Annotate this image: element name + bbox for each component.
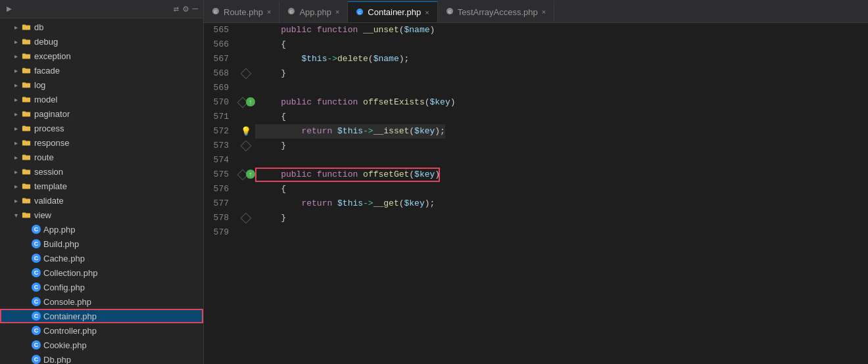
folder-arrow-icon: ▸ xyxy=(11,67,21,74)
gutter-up-badge: ↑ xyxy=(246,97,255,106)
sidebar-item-template[interactable]: ▸template xyxy=(0,179,203,193)
line-gutter-cell: ▷↑ xyxy=(237,170,255,181)
sidebar-item-Console.php[interactable]: CConsole.php xyxy=(0,294,203,309)
tab-close-button[interactable]: × xyxy=(425,9,429,16)
code-line-row: 572💡 return $this->__isset($key); xyxy=(204,124,868,139)
sidebar-item-Build.php[interactable]: CBuild.php xyxy=(0,237,203,251)
tree-item-label: Collection.php xyxy=(43,268,97,278)
code-line-row: 574 xyxy=(204,153,868,168)
line-number: 570 xyxy=(204,95,237,110)
code-line-row: 568 } xyxy=(204,66,868,81)
sidebar-item-route[interactable]: ▸route xyxy=(0,150,203,164)
tree-item-label: template xyxy=(34,181,67,191)
minimize-icon[interactable]: — xyxy=(193,3,198,14)
tab-close-button[interactable]: × xyxy=(542,8,546,16)
folder-icon xyxy=(21,94,32,104)
sidebar-item-App.php[interactable]: CApp.php xyxy=(0,222,203,237)
folder-icon xyxy=(21,166,32,177)
svg-rect-24 xyxy=(22,184,30,189)
class-file-badge: C xyxy=(32,326,41,335)
tree-item-label: App.php xyxy=(43,225,75,235)
tab-container[interactable]: CContainer.php× xyxy=(348,1,437,22)
sidebar-item-Cache.php[interactable]: CCache.php xyxy=(0,251,203,265)
sidebar-item-Container.php[interactable]: CContainer.php xyxy=(0,309,203,323)
line-gutter-cell xyxy=(237,70,255,78)
sidebar-item-Collection.php[interactable]: CCollection.php xyxy=(0,265,203,280)
tab-bar: CRoute.php×CApp.php×CContainer.php×CTest… xyxy=(204,0,868,23)
sidebar-item-process[interactable]: ▸process xyxy=(0,121,203,135)
code-line-row: 566 { xyxy=(204,37,868,52)
tree-item-label: paginator xyxy=(34,109,70,119)
breakpoint-diamond-icon[interactable] xyxy=(241,213,252,224)
tree-item-label: Cache.php xyxy=(43,254,85,263)
code-line-content: public function offsetGet($key) xyxy=(255,168,440,182)
sidebar-item-validate[interactable]: ▸validate xyxy=(0,193,203,208)
tree-item-label: session xyxy=(34,167,63,177)
sidebar-item-Controller.php[interactable]: CController.php xyxy=(0,323,203,338)
svg-rect-22 xyxy=(22,170,30,174)
tab-testarrayaccess[interactable]: CTestArrayAccess.php× xyxy=(438,1,555,22)
sidebar-item-debug[interactable]: ▸debug xyxy=(0,34,203,49)
class-file-badge: C xyxy=(32,311,41,321)
sidebar: ⇄ ⚙ — ▸db▸debug▸exception▸facade▸log▸mod… xyxy=(0,0,204,364)
tree-item-label: Db.php xyxy=(43,355,71,365)
class-file-badge: C xyxy=(32,283,41,292)
sidebar-item-response[interactable]: ▸response xyxy=(0,135,203,150)
php-file-icon: C xyxy=(287,7,295,16)
folder-arrow-icon: ▸ xyxy=(11,154,21,161)
tree-item-label: Build.php xyxy=(43,239,79,249)
sidebar-item-session[interactable]: ▸session xyxy=(0,164,203,179)
class-file-badge: C xyxy=(32,297,41,306)
sidebar-item-view[interactable]: ▾view xyxy=(0,208,203,222)
svg-rect-18 xyxy=(22,141,30,145)
tab-close-button[interactable]: × xyxy=(267,8,271,16)
transfer-icon[interactable]: ⇄ xyxy=(174,3,179,14)
folder-icon xyxy=(21,80,32,90)
sidebar-header: ⇄ ⚙ — xyxy=(0,0,203,18)
tab-route[interactable]: CRoute.php× xyxy=(204,1,279,22)
tree-item-label: Console.php xyxy=(43,297,91,307)
code-line-row: 579 xyxy=(204,225,868,240)
folder-arrow-icon: ▸ xyxy=(11,24,21,31)
tab-app[interactable]: CApp.php× xyxy=(279,1,348,22)
sidebar-item-db[interactable]: ▸db xyxy=(0,20,203,34)
folder-icon xyxy=(21,123,32,133)
line-number: 579 xyxy=(204,225,237,240)
project-triangle-icon xyxy=(5,5,13,13)
sidebar-item-Cookie.php[interactable]: CCookie.php xyxy=(0,338,203,352)
bulb-icon[interactable]: 💡 xyxy=(241,126,251,137)
tree-item-label: exception xyxy=(34,51,71,61)
line-gutter-cell xyxy=(237,214,255,222)
code-line-row: 569 xyxy=(204,81,868,95)
line-number: 566 xyxy=(204,37,237,52)
class-file-badge: C xyxy=(32,225,41,234)
line-gutter-cell: 💡 xyxy=(237,126,255,137)
sidebar-item-log[interactable]: ▸log xyxy=(0,78,203,92)
tree-item-label: Controller.php xyxy=(43,326,97,336)
settings-icon[interactable]: ⚙ xyxy=(183,3,188,14)
main-panel: CRoute.php×CApp.php×CContainer.php×CTest… xyxy=(204,0,868,364)
folder-arrow-icon: ▸ xyxy=(11,53,21,60)
svg-rect-16 xyxy=(22,126,30,131)
tab-label: TestArrayAccess.php xyxy=(458,7,538,17)
sidebar-item-exception[interactable]: ▸exception xyxy=(0,49,203,63)
svg-rect-6 xyxy=(22,54,30,58)
tab-close-button[interactable]: × xyxy=(335,8,339,16)
code-line-content: { xyxy=(255,37,286,52)
tree-item-label: model xyxy=(34,95,57,104)
line-number: 576 xyxy=(204,182,237,196)
sidebar-item-Config.php[interactable]: CConfig.php xyxy=(0,280,203,294)
sidebar-item-facade[interactable]: ▸facade xyxy=(0,63,203,78)
sidebar-item-paginator[interactable]: ▸paginator xyxy=(0,106,203,121)
tab-label: Route.php xyxy=(224,7,263,17)
php-file-icon: C xyxy=(446,7,454,16)
sidebar-item-model[interactable]: ▸model xyxy=(0,92,203,106)
sidebar-item-Db.php[interactable]: CDb.php xyxy=(0,352,203,364)
svg-text:C: C xyxy=(358,11,362,14)
code-line-content: { xyxy=(255,110,286,124)
line-gutter-cell: ▷↑ xyxy=(237,97,255,108)
code-line-content: { xyxy=(255,182,286,196)
tree-item-label: log xyxy=(34,80,45,90)
breakpoint-diamond-icon[interactable] xyxy=(241,141,252,152)
breakpoint-diamond-icon[interactable] xyxy=(241,68,252,80)
